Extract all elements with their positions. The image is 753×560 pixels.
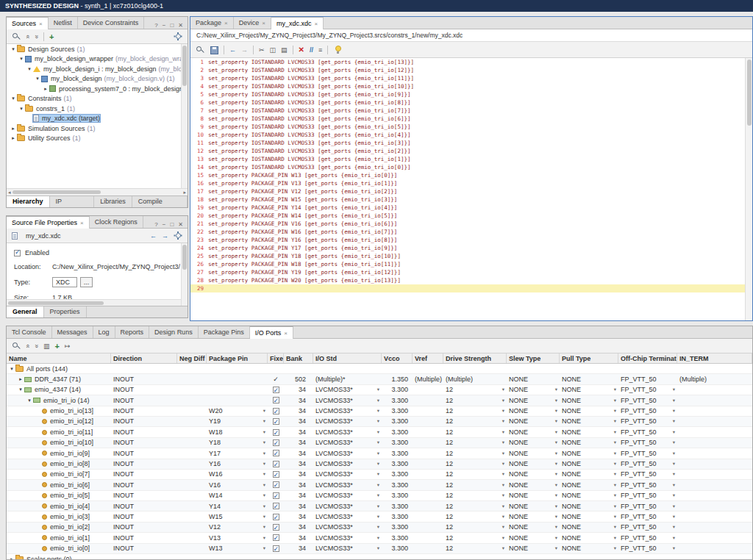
io-row-emio-tri-io-4[interactable]: emio_tri_io[4]INOUTY14▾34LVCMOS33*▾3.300… bbox=[7, 501, 752, 511]
close-icon[interactable]: ✕ bbox=[178, 22, 183, 29]
io-std-cell-dropdown-icon[interactable]: ▾ bbox=[376, 448, 379, 458]
io-std-cell-dropdown-icon[interactable]: ▾ bbox=[376, 417, 379, 426]
column-header-vcco[interactable]: Vcco bbox=[382, 353, 413, 363]
io-row-emio-tri-io-3[interactable]: emio_tri_io[3]INOUTW15▾34LVCMOS33*▾3.300… bbox=[7, 511, 752, 522]
bottom-tab-messages[interactable]: Messages bbox=[52, 326, 93, 338]
fixed-checkbox[interactable] bbox=[273, 471, 279, 478]
close-tab-icon[interactable]: × bbox=[224, 18, 228, 29]
close-icon[interactable]: ✕ bbox=[178, 221, 183, 228]
off-chip-termination-cell-dropdown-icon[interactable]: ▾ bbox=[671, 491, 675, 500]
package-pin-cell-dropdown-icon[interactable]: ▾ bbox=[262, 501, 265, 511]
io-row-ddr-4347-71[interactable]: ▸DDR_4347 (71)INOUT✓502(Multiple)*1.350(… bbox=[7, 374, 752, 384]
delete-icon[interactable]: ✕ bbox=[299, 46, 304, 54]
pull-type-cell-dropdown-icon[interactable]: ▾ bbox=[613, 533, 616, 542]
io-row-emio-tri-io-1[interactable]: emio_tri_io[1]INOUTV13▾34LVCMOS33*▾3.300… bbox=[7, 533, 752, 543]
slew-type-cell-dropdown-icon[interactable]: ▾ bbox=[554, 544, 557, 553]
settings-gear-icon[interactable] bbox=[174, 32, 182, 41]
code-line[interactable]: 2set_property IOSTANDARD LVCMOS33 [get_p… bbox=[190, 66, 752, 74]
io-std-cell-dropdown-icon[interactable]: ▾ bbox=[376, 533, 379, 542]
drive-strength-cell-dropdown-icon[interactable]: ▾ bbox=[501, 385, 504, 395]
io-std-cell-dropdown-icon[interactable]: ▾ bbox=[376, 427, 379, 437]
pull-type-cell-dropdown-icon[interactable]: ▾ bbox=[613, 491, 616, 500]
pull-type-cell-dropdown-icon[interactable]: ▾ bbox=[613, 459, 616, 469]
package-pin-cell-dropdown-icon[interactable]: ▾ bbox=[262, 544, 265, 553]
io-row-emio-tri-io-13[interactable]: emio_tri_io[13]INOUTW20▾34LVCMOS33*▾3.30… bbox=[7, 406, 752, 417]
package-pin-cell-dropdown-icon[interactable]: ▾ bbox=[262, 438, 265, 448]
io-std-cell-dropdown-icon[interactable]: ▾ bbox=[376, 385, 379, 395]
tree-expand-arrow-icon[interactable]: ▾ bbox=[34, 76, 41, 82]
scroll-left-icon[interactable]: ◂ bbox=[8, 190, 11, 195]
code-line[interactable]: 23set_property PACKAGE_PIN Y16 [get_port… bbox=[190, 236, 752, 244]
io-std-cell-dropdown-icon[interactable]: ▾ bbox=[376, 438, 379, 448]
code-line[interactable]: 7set_property IOSTANDARD LVCMOS33 [get_p… bbox=[190, 107, 752, 115]
slew-type-cell-dropdown-icon[interactable]: ▾ bbox=[554, 385, 557, 395]
add-sources-icon[interactable]: + bbox=[49, 32, 54, 41]
column-header-direction[interactable]: Direction bbox=[111, 353, 177, 363]
fixed-checkbox[interactable] bbox=[273, 534, 279, 541]
minimize-icon[interactable]: − bbox=[163, 22, 166, 29]
tree-item-constraints[interactable]: ▾Constraints (1) bbox=[7, 94, 188, 104]
row-expand-arrow-icon[interactable]: ▾ bbox=[17, 385, 24, 395]
io-std-cell-dropdown-icon[interactable]: ▾ bbox=[376, 523, 379, 532]
package-pin-cell-dropdown-icon[interactable]: ▾ bbox=[262, 491, 265, 500]
slew-type-cell-dropdown-icon[interactable]: ▾ bbox=[554, 501, 557, 511]
row-expand-arrow-icon[interactable]: ▸ bbox=[17, 374, 24, 384]
drive-strength-cell-dropdown-icon[interactable]: ▾ bbox=[501, 406, 504, 416]
tree-item-processing-system7-0-my-block-design-proces[interactable]: ▸processing_system7_0 : my_block_design_… bbox=[7, 84, 188, 94]
tree-item-my-block-design-wrapper[interactable]: ▾my_block_design_wrapper (my_block_desig… bbox=[7, 54, 188, 65]
tree-item-constrs-1[interactable]: ▾constrs_1 (1) bbox=[7, 104, 188, 114]
tree-item-my-block-design-i-my-block-design[interactable]: ▾my_block_design_i : my_block_design (my… bbox=[7, 64, 188, 74]
code-line[interactable]: 22set_property PACKAGE_PIN W16 [get_port… bbox=[190, 228, 752, 236]
scrollbar-thumb[interactable] bbox=[182, 46, 187, 86]
package-pin-cell-dropdown-icon[interactable]: ▾ bbox=[262, 448, 265, 458]
add-icon[interactable]: + bbox=[55, 342, 60, 351]
type-combo[interactable]: XDC bbox=[52, 277, 77, 287]
fixed-checkbox[interactable] bbox=[273, 418, 279, 425]
code-line[interactable]: 5set_property IOSTANDARD LVCMOS33 [get_p… bbox=[190, 90, 752, 98]
off-chip-termination-cell-dropdown-icon[interactable]: ▾ bbox=[671, 406, 675, 416]
code-line[interactable]: 6set_property IOSTANDARD LVCMOS33 [get_p… bbox=[190, 98, 752, 107]
pull-type-cell-dropdown-icon[interactable]: ▾ bbox=[613, 448, 616, 458]
off-chip-termination-cell-dropdown-icon[interactable]: ▾ bbox=[671, 501, 675, 511]
io-std-cell-dropdown-icon[interactable]: ▾ bbox=[376, 501, 379, 511]
sources-view-tab-compile-order[interactable]: Compile Order bbox=[132, 196, 188, 207]
code-line[interactable]: 9set_property IOSTANDARD LVCMOS33 [get_p… bbox=[190, 123, 752, 131]
browse-button[interactable]: ... bbox=[80, 277, 93, 287]
scrollbar-thumb[interactable] bbox=[8, 301, 104, 305]
io-row-all-ports-144[interactable]: ▾All ports (144) bbox=[7, 364, 752, 374]
fixed-checkbox[interactable] bbox=[273, 514, 279, 520]
pull-type-cell-dropdown-icon[interactable]: ▾ bbox=[613, 438, 616, 448]
tree-expand-arrow-icon[interactable]: ▾ bbox=[18, 56, 25, 62]
bottom-tab-tcl-console[interactable]: Tcl Console bbox=[7, 326, 52, 338]
help-icon[interactable]: ? bbox=[154, 221, 157, 228]
row-expand-arrow-icon[interactable]: ▸ bbox=[8, 554, 15, 559]
io-std-cell-dropdown-icon[interactable]: ▾ bbox=[376, 491, 379, 500]
pull-type-cell-dropdown-icon[interactable]: ▾ bbox=[613, 501, 616, 511]
column-header-in-term[interactable]: IN_TERM bbox=[677, 353, 752, 363]
pull-type-cell-dropdown-icon[interactable]: ▾ bbox=[613, 395, 616, 405]
minimize-icon[interactable]: − bbox=[163, 221, 166, 228]
horizontal-scrollbar[interactable] bbox=[7, 299, 181, 306]
sources-tab-sources[interactable]: Sources× bbox=[7, 17, 49, 29]
code-line[interactable]: 4set_property IOSTANDARD LVCMOS33 [get_p… bbox=[190, 82, 752, 90]
current-code-line[interactable]: 29 bbox=[190, 284, 752, 292]
copy-icon[interactable]: ◫ bbox=[270, 46, 276, 54]
off-chip-termination-cell-dropdown-icon[interactable]: ▾ bbox=[671, 523, 675, 532]
fixed-checkbox[interactable] bbox=[273, 503, 279, 509]
bottom-tab-package-pins[interactable]: Package Pins bbox=[199, 326, 250, 338]
column-header-name[interactable]: Name bbox=[7, 353, 111, 363]
off-chip-termination-cell-dropdown-icon[interactable]: ▾ bbox=[671, 544, 675, 553]
bottom-tab-i-o-ports[interactable]: I/O Ports× bbox=[250, 326, 293, 339]
off-chip-termination-cell-dropdown-icon[interactable]: ▾ bbox=[671, 459, 675, 469]
close-tab-icon[interactable]: × bbox=[262, 18, 265, 29]
drive-strength-cell-dropdown-icon[interactable]: ▾ bbox=[501, 459, 504, 469]
fixed-checkbox[interactable] bbox=[273, 439, 279, 446]
column-header-slew-type[interactable]: Slew Type bbox=[507, 353, 560, 363]
off-chip-termination-cell-dropdown-icon[interactable]: ▾ bbox=[671, 511, 675, 521]
io-row-emio-tri-io-6[interactable]: emio_tri_io[6]INOUTV16▾34LVCMOS33*▾3.300… bbox=[7, 480, 752, 490]
package-pin-cell-dropdown-icon[interactable]: ▾ bbox=[262, 523, 265, 532]
pull-type-cell-dropdown-icon[interactable]: ▾ bbox=[613, 523, 616, 532]
slew-type-cell-dropdown-icon[interactable]: ▾ bbox=[554, 491, 557, 500]
properties-tab-source-file-properties[interactable]: Source File Properties× bbox=[7, 216, 90, 229]
slew-type-cell-dropdown-icon[interactable]: ▾ bbox=[554, 523, 557, 532]
